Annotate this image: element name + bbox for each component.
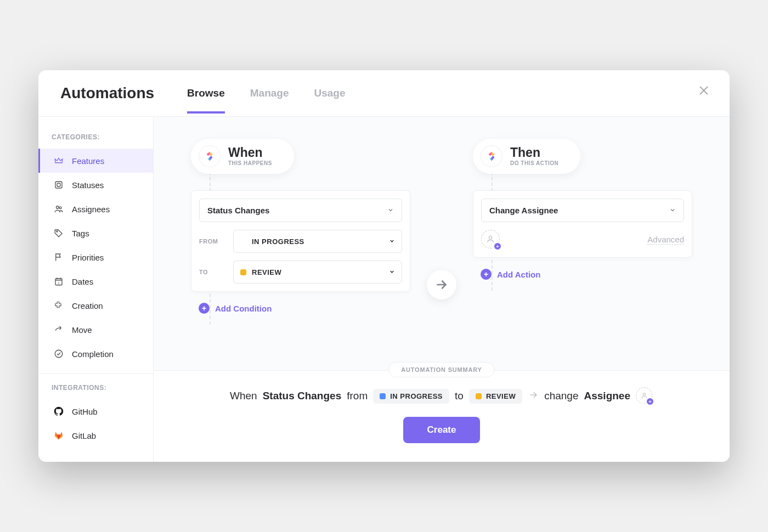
svg-point-5 xyxy=(59,207,61,209)
sidebar-item-label: Move xyxy=(72,325,92,335)
crown-icon xyxy=(53,155,64,166)
plus-icon: + xyxy=(199,303,210,314)
from-row: FROM IN PROGRESS xyxy=(199,230,402,253)
svg-point-10 xyxy=(489,236,492,239)
sidebar-item-assignees[interactable]: Assignees xyxy=(38,197,153,221)
status-color-swatch xyxy=(240,269,246,275)
flag-icon xyxy=(53,252,64,263)
when-title: When xyxy=(228,146,272,159)
from-status-select[interactable]: IN PROGRESS xyxy=(233,230,402,253)
sidebar-heading-categories: CATEGORIES: xyxy=(38,131,153,149)
summary-assignee-placeholder[interactable]: + xyxy=(636,387,653,405)
users-icon xyxy=(53,203,64,214)
sidebar-item-label: Dates xyxy=(72,277,93,286)
modal-title: Automations xyxy=(60,84,154,116)
summary-badge: AUTOMATION SUMMARY xyxy=(388,362,494,377)
add-assignee-button[interactable]: + xyxy=(481,230,501,250)
plus-icon: + xyxy=(481,269,492,280)
sidebar-item-move[interactable]: Move xyxy=(38,318,153,342)
close-icon[interactable] xyxy=(698,84,710,99)
sidebar-item-label: Statuses xyxy=(72,180,104,190)
modal-header: Automations Browse Manage Usage xyxy=(38,70,730,117)
when-card: Status Changes FROM IN PROGRESS xyxy=(191,190,410,292)
svg-text:1: 1 xyxy=(58,281,60,285)
assignee-row: + Advanced xyxy=(481,230,684,250)
calendar-icon: 1 xyxy=(53,276,64,287)
sidebar-item-gitlab[interactable]: GitLab xyxy=(38,423,153,448)
tag-icon xyxy=(53,228,64,239)
flow-arrow-icon xyxy=(427,270,456,299)
header-tabs: Browse Manage Usage xyxy=(187,87,708,114)
automations-modal: Automations Browse Manage Usage CATEGORI… xyxy=(38,70,730,462)
to-row: TO REVIEW xyxy=(199,261,402,284)
sidebar-item-label: GitHub xyxy=(72,407,98,416)
status-color-swatch xyxy=(476,393,482,399)
to-status-select[interactable]: REVIEW xyxy=(233,261,402,284)
clickup-logo-icon xyxy=(481,145,502,167)
then-subtitle: DO THIS ACTION xyxy=(510,160,558,166)
sidebar-item-dates[interactable]: 1 Dates xyxy=(38,269,153,293)
plus-badge-icon: + xyxy=(493,242,502,251)
sidebar-item-label: Completion xyxy=(72,349,114,359)
plus-badge-icon: + xyxy=(646,397,654,406)
chevron-down-icon xyxy=(389,267,395,277)
sidebar: CATEGORIES: Features Statuses Assignees … xyxy=(38,117,154,462)
svg-point-6 xyxy=(57,231,58,232)
tab-manage[interactable]: Manage xyxy=(250,87,289,114)
svg-rect-2 xyxy=(55,182,62,188)
summary-sentence: When Status Changes from IN PROGRESS to … xyxy=(176,387,708,405)
then-card: Change Assignee + Advanced xyxy=(473,190,692,258)
modal-body: CATEGORIES: Features Statuses Assignees … xyxy=(38,117,730,462)
action-select[interactable]: Change Assignee xyxy=(481,199,684,222)
advanced-link[interactable]: Advanced xyxy=(647,235,684,245)
from-status-value: IN PROGRESS xyxy=(252,237,383,246)
summary-action-word: change xyxy=(544,390,578,402)
svg-point-11 xyxy=(643,393,645,395)
sidebar-divider xyxy=(38,373,153,374)
then-title: Then xyxy=(510,146,558,159)
sidebar-item-label: Assignees xyxy=(72,205,110,214)
sidebar-heading-integrations: INTEGRATIONS: xyxy=(38,382,153,399)
summary-from-chip: IN PROGRESS xyxy=(373,389,449,404)
status-color-swatch xyxy=(380,393,386,399)
create-button[interactable]: Create xyxy=(403,417,481,443)
check-circle-icon xyxy=(53,348,64,359)
add-condition-button[interactable]: + Add Condition xyxy=(199,303,410,314)
sidebar-item-label: Creation xyxy=(72,301,103,310)
plus-outline-icon xyxy=(53,300,64,311)
summary-from-word: from xyxy=(347,390,368,402)
status-color-swatch xyxy=(240,239,246,245)
sidebar-item-statuses[interactable]: Statuses xyxy=(38,173,153,197)
sidebar-item-github[interactable]: GitHub xyxy=(38,399,153,423)
trigger-select[interactable]: Status Changes xyxy=(199,199,402,222)
when-subtitle: THIS HAPPENS xyxy=(228,160,272,166)
when-header-pill: When THIS HAPPENS xyxy=(191,139,294,174)
sidebar-item-tags[interactable]: Tags xyxy=(38,221,153,245)
add-action-button[interactable]: + Add Action xyxy=(481,269,692,280)
summary-to-status: REVIEW xyxy=(486,392,516,400)
sidebar-item-label: Tags xyxy=(72,229,89,238)
github-icon xyxy=(53,406,64,417)
tab-usage[interactable]: Usage xyxy=(314,87,346,114)
chevron-down-icon xyxy=(669,206,676,215)
main-panel: When THIS HAPPENS Status Changes FROM xyxy=(154,117,730,462)
sidebar-item-creation[interactable]: Creation xyxy=(38,293,153,318)
summary-trigger: Status Changes xyxy=(263,390,342,402)
summary-action: Assignee xyxy=(584,390,630,402)
trigger-select-value: Status Changes xyxy=(207,206,269,215)
summary-section: AUTOMATION SUMMARY When Status Changes f… xyxy=(154,370,730,462)
to-status-value: REVIEW xyxy=(252,268,383,276)
summary-to-word: to xyxy=(455,390,464,402)
chevron-down-icon xyxy=(387,206,394,215)
svg-point-4 xyxy=(57,206,59,209)
sidebar-item-priorities[interactable]: Priorities xyxy=(38,245,153,269)
sidebar-item-label: GitLab xyxy=(72,431,96,440)
arrow-right-icon xyxy=(528,389,539,403)
summary-to-chip: REVIEW xyxy=(469,389,522,404)
sidebar-item-completion[interactable]: Completion xyxy=(38,342,153,366)
chevron-down-icon xyxy=(389,236,395,246)
sidebar-item-features[interactable]: Features xyxy=(38,149,153,173)
automation-builder: When THIS HAPPENS Status Changes FROM xyxy=(154,117,730,370)
add-action-label: Add Action xyxy=(497,270,540,279)
tab-browse[interactable]: Browse xyxy=(187,87,225,114)
